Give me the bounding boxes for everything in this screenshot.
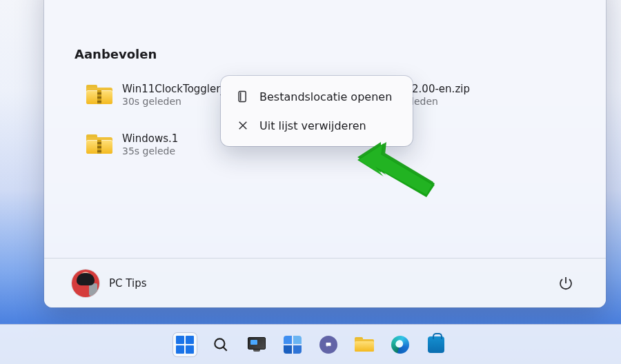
folder-icon (355, 337, 374, 352)
svg-marker-6 (357, 143, 435, 197)
recommended-item-name: Windows.1 (122, 132, 178, 145)
menu-remove-from-list[interactable]: Uit lijst verwijderen (226, 112, 407, 139)
recommended-section-title: Aanbevolen (75, 47, 157, 61)
taskbar-task-view-button[interactable] (245, 333, 268, 356)
power-button[interactable] (558, 275, 574, 292)
taskbar (0, 324, 621, 364)
menu-item-label: Uit lijst verwijderen (259, 119, 366, 132)
taskbar-start-button[interactable] (173, 333, 197, 356)
user-account-button[interactable]: PC Tips (72, 270, 147, 297)
search-icon (212, 336, 230, 354)
context-menu: Bestandslocatie openen Uit lijst verwijd… (221, 76, 413, 146)
close-icon (236, 119, 250, 132)
svg-marker-4 (360, 142, 435, 196)
taskbar-store-button[interactable] (424, 333, 448, 356)
avatar (72, 270, 99, 297)
taskbar-chat-button[interactable] (317, 333, 340, 356)
task-view-icon (248, 337, 266, 352)
power-icon (558, 275, 574, 292)
zip-folder-icon (86, 85, 112, 105)
svg-rect-0 (239, 92, 246, 102)
chat-icon (319, 336, 337, 354)
svg-marker-7 (359, 145, 432, 194)
menu-item-label: Bestandslocatie openen (259, 90, 392, 103)
taskbar-search-button[interactable] (209, 333, 233, 356)
svg-marker-5 (360, 142, 436, 197)
svg-marker-3 (362, 143, 433, 193)
svg-marker-2 (368, 148, 433, 194)
menu-open-file-location[interactable]: Bestandslocatie openen (226, 83, 407, 110)
taskbar-widgets-button[interactable] (281, 333, 304, 356)
svg-marker-1 (357, 142, 381, 172)
user-name-label: PC Tips (109, 277, 147, 290)
file-location-icon (236, 90, 250, 103)
annotation-arrow (357, 142, 440, 197)
microsoft-store-icon (428, 336, 444, 353)
svg-rect-9 (326, 343, 331, 346)
taskbar-edge-button[interactable] (388, 333, 412, 356)
zip-folder-icon (86, 134, 112, 155)
taskbar-file-explorer-button[interactable] (353, 333, 376, 356)
edge-icon (391, 336, 409, 354)
widgets-icon (284, 336, 302, 354)
start-menu-panel: Aanbevolen Win11ClockToggler_1.3.1.zip 3… (44, 0, 606, 307)
windows-logo-icon (176, 336, 194, 354)
desktop: Aanbevolen Win11ClockToggler_1.3.1.zip 3… (0, 0, 621, 364)
start-menu-footer: PC Tips (44, 258, 606, 307)
recommended-item-time: 35s gelede (122, 145, 178, 158)
